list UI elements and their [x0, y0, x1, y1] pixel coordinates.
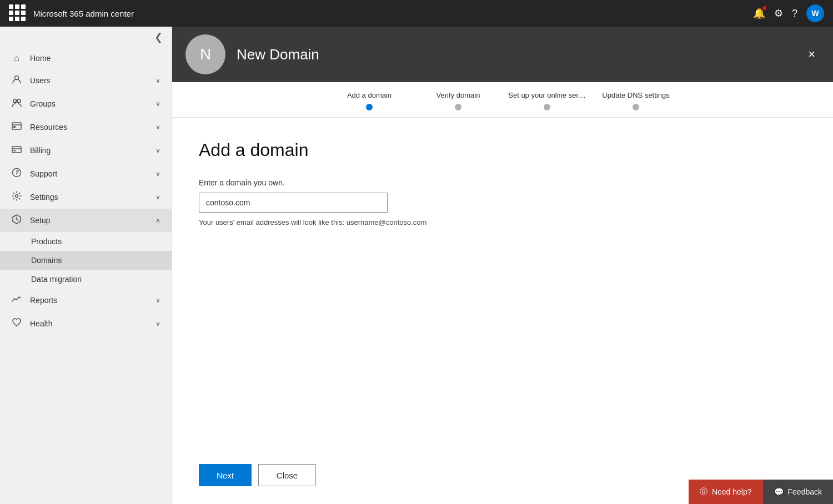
step-dot-verify-domain: [455, 104, 461, 110]
section-title: Add a domain: [199, 140, 806, 160]
health-chevron-icon: ∨: [155, 320, 160, 327]
app-title: Microsoft 365 admin center: [33, 9, 746, 18]
modal-title: New Domain: [237, 46, 792, 63]
sidebar-label-billing: Billing: [30, 146, 148, 155]
need-help-button[interactable]: ⓪ Need help?: [689, 480, 763, 504]
notifications-icon[interactable]: 🔔: [753, 7, 765, 19]
waffle-menu[interactable]: [9, 4, 27, 22]
step-update-dns: Update DNS settings: [591, 91, 680, 117]
users-chevron-icon: ∨: [155, 77, 160, 84]
sidebar-item-settings[interactable]: Settings ∨: [0, 185, 172, 209]
close-button[interactable]: Close: [258, 464, 316, 486]
collapse-button[interactable]: ❮: [0, 27, 172, 48]
step-dot-add-domain: [366, 104, 373, 110]
modal: N New Domain × Add a domain Verify domai…: [172, 27, 833, 504]
main-content: Home N New Domain × Add a domain: [172, 27, 833, 504]
svg-rect-5: [12, 147, 21, 153]
sidebar-item-reports[interactable]: Reports ∨: [0, 289, 172, 312]
sidebar-item-health[interactable]: Health ∨: [0, 312, 172, 335]
setup-chevron-icon: ∧: [155, 216, 160, 224]
feedback-label: Feedback: [788, 487, 822, 496]
modal-avatar-initial: N: [200, 46, 211, 63]
sidebar-label-home: Home: [30, 54, 160, 63]
sidebar-label-users: Users: [30, 76, 148, 85]
resources-chevron-icon: ∨: [155, 123, 160, 131]
step-dot-setup-online: [544, 104, 550, 110]
svg-rect-4: [13, 126, 16, 128]
step-add-domain: Add a domain: [325, 91, 414, 117]
sidebar-item-billing[interactable]: Billing ∨: [0, 139, 172, 162]
settings-icon[interactable]: ⚙: [774, 7, 783, 19]
settings-nav-icon: [11, 191, 22, 203]
groups-chevron-icon: ∨: [155, 100, 160, 108]
setup-icon: [11, 214, 22, 226]
modal-body: Add a domain Enter a domain you own. You…: [172, 118, 833, 453]
sidebar-item-support[interactable]: Support ∨: [0, 162, 172, 185]
health-icon: [11, 317, 22, 330]
billing-chevron-icon: ∨: [155, 147, 160, 154]
reports-chevron-icon: ∨: [155, 296, 160, 304]
step-label-add-domain: Add a domain: [347, 91, 392, 99]
reports-icon: [11, 294, 22, 306]
users-icon: [11, 74, 22, 87]
domain-input[interactable]: [199, 193, 388, 213]
billing-icon: [11, 144, 22, 157]
bottom-bar: ⓪ Need help? 💬 Feedback: [689, 480, 833, 504]
modal-avatar: N: [185, 34, 225, 74]
steps-bar: Add a domain Verify domain Set up your o…: [172, 82, 833, 118]
step-label-setup-online: Set up your online ser…: [508, 91, 585, 99]
sidebar-item-setup[interactable]: Setup ∧: [0, 209, 172, 232]
groups-icon: [11, 98, 22, 110]
step-label-verify-domain: Verify domain: [436, 91, 480, 99]
sidebar-item-resources[interactable]: Resources ∨: [0, 115, 172, 139]
sidebar-label-health: Health: [30, 319, 148, 328]
sidebar-subitem-data-migration[interactable]: Data migration: [0, 270, 172, 289]
modal-header: N New Domain ×: [172, 27, 833, 82]
feedback-button[interactable]: 💬 Feedback: [763, 480, 833, 504]
svg-rect-3: [12, 123, 21, 129]
home-icon: ⌂: [11, 53, 22, 63]
settings-chevron-icon: ∨: [155, 193, 160, 201]
sidebar-item-groups[interactable]: Groups ∨: [0, 92, 172, 115]
step-dot-update-dns: [633, 104, 639, 110]
sidebar-label-support: Support: [30, 169, 148, 178]
sidebar-label-settings: Settings: [30, 193, 148, 201]
sidebar-item-home[interactable]: ⌂ Home: [0, 48, 172, 69]
domain-hint: Your users' email addresses will look li…: [199, 218, 806, 226]
step-label-update-dns: Update DNS settings: [602, 91, 669, 99]
topbar: Microsoft 365 admin center 🔔 ⚙ ? W: [0, 0, 833, 27]
sidebar-subitem-domains[interactable]: Domains: [0, 251, 172, 270]
modal-close-button[interactable]: ×: [804, 44, 820, 65]
sidebar-item-users[interactable]: Users ∨: [0, 69, 172, 92]
svg-point-8: [16, 195, 18, 198]
help-icon[interactable]: ?: [792, 8, 797, 19]
modal-overlay: N New Domain × Add a domain Verify domai…: [172, 27, 833, 504]
next-button[interactable]: Next: [199, 464, 252, 486]
need-help-label: Need help?: [712, 487, 752, 496]
support-icon: [11, 168, 22, 180]
svg-rect-6: [13, 150, 16, 152]
sidebar-label-reports: Reports: [30, 296, 148, 305]
collapse-icon: ❮: [154, 31, 163, 43]
step-setup-online: Set up your online ser…: [503, 91, 591, 117]
products-label: Products: [31, 237, 62, 246]
topbar-icons: 🔔 ⚙ ? W: [753, 4, 824, 22]
domains-label: Domains: [31, 256, 62, 265]
support-chevron-icon: ∨: [155, 170, 160, 178]
sidebar: ❮ ⌂ Home Users ∨: [0, 27, 172, 504]
input-label: Enter a domain you own.: [199, 178, 806, 187]
need-help-icon: ⓪: [700, 487, 707, 497]
layout: ❮ ⌂ Home Users ∨: [0, 27, 833, 504]
data-migration-label: Data migration: [31, 275, 82, 284]
sidebar-label-setup: Setup: [30, 216, 148, 225]
user-avatar[interactable]: W: [806, 4, 824, 22]
sidebar-subitem-products[interactable]: Products: [0, 232, 172, 251]
resources-icon: [11, 121, 22, 133]
sidebar-label-groups: Groups: [30, 99, 148, 108]
step-verify-domain: Verify domain: [414, 91, 503, 117]
feedback-icon: 💬: [774, 487, 784, 496]
sidebar-label-resources: Resources: [30, 123, 148, 132]
